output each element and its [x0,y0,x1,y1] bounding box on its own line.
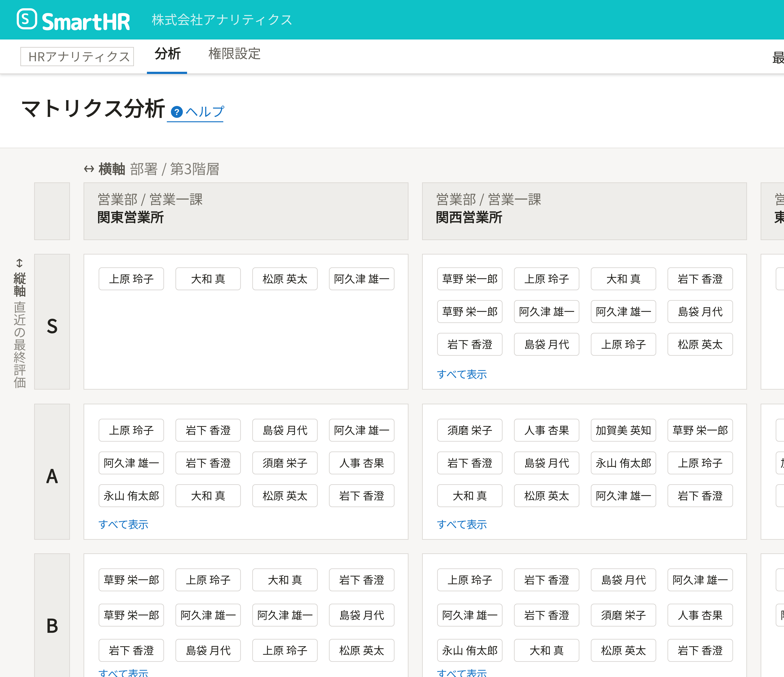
svg-text:?: ? [174,107,179,117]
